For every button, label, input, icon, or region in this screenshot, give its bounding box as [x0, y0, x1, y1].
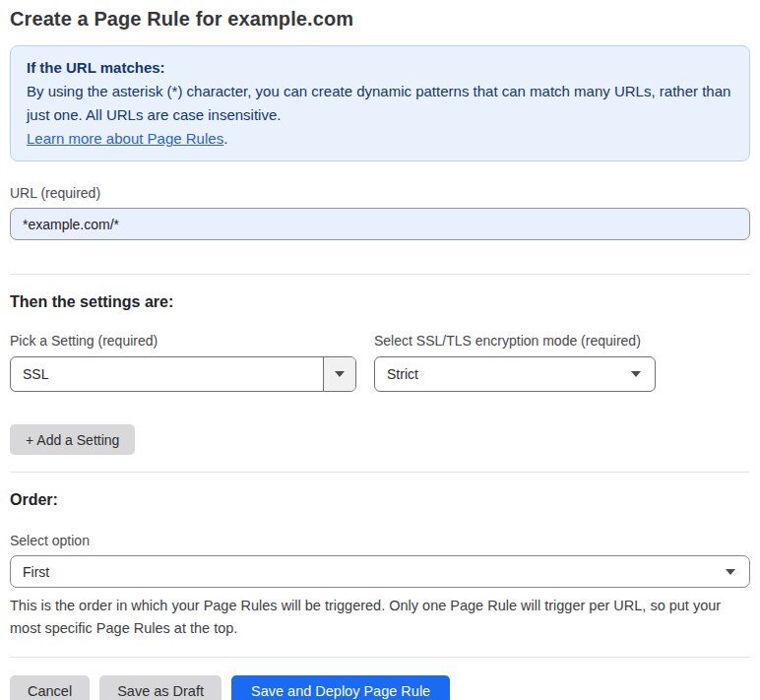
add-setting-button[interactable]: + Add a Setting: [10, 424, 135, 455]
learn-more-link[interactable]: Learn more about Page Rules: [27, 130, 223, 147]
pick-setting-select[interactable]: SSL: [10, 356, 356, 392]
chevron-down-icon: [631, 371, 641, 377]
encryption-mode-label: Select SSL/TLS encryption mode (required…: [374, 333, 656, 349]
encryption-mode-select[interactable]: Strict: [374, 356, 656, 392]
cancel-button[interactable]: Cancel: [10, 675, 90, 700]
order-select[interactable]: First: [10, 555, 750, 588]
info-box-link-line: Learn more about Page Rules.: [27, 127, 733, 151]
pick-setting-caret-button[interactable]: [323, 357, 355, 391]
settings-heading: Then the settings are:: [10, 293, 750, 311]
save-deploy-button[interactable]: Save and Deploy Page Rule: [231, 675, 450, 700]
info-box-heading: If the URL matches:: [27, 56, 733, 80]
divider: [10, 274, 750, 275]
chevron-down-icon: [726, 569, 735, 575]
pick-setting-label: Pick a Setting (required): [10, 333, 356, 349]
order-select-wrap: First: [10, 555, 750, 588]
chevron-down-icon: [335, 371, 345, 377]
divider: [10, 472, 750, 473]
link-suffix-text: .: [223, 130, 227, 147]
pick-setting-value: SSL: [11, 366, 323, 382]
order-select-value: First: [11, 564, 749, 580]
encryption-mode-value: Strict: [375, 366, 655, 382]
pick-setting-field: Pick a Setting (required) SSL: [10, 333, 356, 392]
order-help-text: This is the order in which your Page Rul…: [10, 595, 738, 640]
url-match-info-box: If the URL matches: By using the asteris…: [10, 45, 750, 161]
form-actions: Cancel Save as Draft Save and Deploy Pag…: [10, 675, 750, 700]
settings-row: Pick a Setting (required) SSL Select SSL…: [10, 333, 750, 392]
encryption-mode-field: Select SSL/TLS encryption mode (required…: [374, 333, 656, 392]
page-title: Create a Page Rule for example.com: [10, 0, 750, 31]
url-input[interactable]: [10, 208, 750, 240]
info-box-body: By using the asterisk (*) character, you…: [27, 80, 733, 127]
page-rule-form: Create a Page Rule for example.com If th…: [0, 0, 760, 700]
order-heading: Order:: [10, 491, 750, 509]
divider: [10, 657, 750, 658]
url-label: URL (required): [10, 185, 750, 201]
save-draft-button[interactable]: Save as Draft: [99, 675, 222, 700]
order-select-label: Select option: [10, 533, 750, 548]
